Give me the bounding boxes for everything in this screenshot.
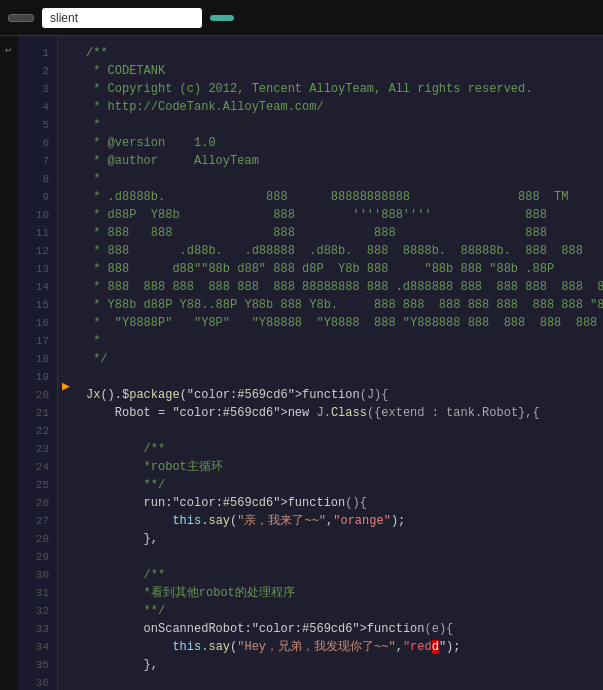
code-line	[86, 674, 603, 690]
line-number: 25	[18, 476, 57, 494]
top-bar	[0, 0, 603, 36]
line-number: 27	[18, 512, 57, 530]
code-line: * d88P Y88b 888 ''''888'''' 888	[86, 206, 603, 224]
code-line: run:"color:#569cd6">function(){	[86, 494, 603, 512]
code-line: * @version 1.0	[86, 134, 603, 152]
arrow-column: ▶	[58, 36, 74, 690]
line-number: 34	[18, 638, 57, 656]
line-number: 36	[18, 674, 57, 690]
strip-label: t	[4, 46, 14, 52]
line-number: 10	[18, 206, 57, 224]
code-line: * 888 .d88b. .d88888 .d88b. 888 8888b. 8…	[86, 242, 603, 260]
code-line: onScannedRobot:"color:#569cd6">function(…	[86, 620, 603, 638]
line-number: 22	[18, 422, 57, 440]
code-line: * .d8888b. 888 88888888888 888 TM	[86, 188, 603, 206]
code-line: **/	[86, 602, 603, 620]
code-line: /**	[86, 44, 603, 62]
code-line: Jx().$package("color:#569cd6">function(J…	[86, 386, 603, 404]
current-line-arrow: ▶	[62, 378, 70, 396]
line-number: 16	[18, 314, 57, 332]
code-line: *	[86, 170, 603, 188]
line-number: 24	[18, 458, 57, 476]
code-line: },	[86, 530, 603, 548]
code-line: * CODETANK	[86, 62, 603, 80]
left-strip: t	[0, 36, 18, 690]
line-number: 6	[18, 134, 57, 152]
code-line: * @author AlloyTeam	[86, 152, 603, 170]
collect-button[interactable]	[210, 15, 234, 21]
line-number: 8	[18, 170, 57, 188]
line-number: 31	[18, 584, 57, 602]
code-line: * http://CodeTank.AlloyTeam.com/	[86, 98, 603, 116]
line-number: 2	[18, 62, 57, 80]
line-number: 17	[18, 332, 57, 350]
line-number: 14	[18, 278, 57, 296]
code-line: */	[86, 350, 603, 368]
code-line: *看到其他robot的处理程序	[86, 584, 603, 602]
line-number: 35	[18, 656, 57, 674]
code-line: * 888 888 888 888 888	[86, 224, 603, 242]
line-numbers: 1234567891011121314151617181920212223242…	[18, 36, 58, 690]
line-number: 28	[18, 530, 57, 548]
line-number: 33	[18, 620, 57, 638]
line-number: 5	[18, 116, 57, 134]
code-line: this.say("亲，我来了~~","orange");	[86, 512, 603, 530]
code-line	[86, 548, 603, 566]
code-line: * Copyright (c) 2012, Tencent AlloyTeam,…	[86, 80, 603, 98]
line-number: 11	[18, 224, 57, 242]
code-line: this.say("Hey，兄弟，我发现你了~~","redd");	[86, 638, 603, 656]
code-line: *	[86, 332, 603, 350]
code-line: * 888 d88""88b d88" 888 d8P Y8b 888 "88b…	[86, 260, 603, 278]
code-line	[86, 422, 603, 440]
line-number: 4	[18, 98, 57, 116]
line-number: 12	[18, 242, 57, 260]
code-line: Robot = "color:#569cd6">new J.Class({ext…	[86, 404, 603, 422]
code-line: *	[86, 116, 603, 134]
code-line	[86, 368, 603, 386]
line-number: 1	[18, 44, 57, 62]
back-button[interactable]	[8, 14, 34, 22]
line-number: 18	[18, 350, 57, 368]
line-number: 29	[18, 548, 57, 566]
line-number: 3	[18, 80, 57, 98]
line-number: 32	[18, 602, 57, 620]
code-line: /**	[86, 440, 603, 458]
line-number: 26	[18, 494, 57, 512]
line-number: 13	[18, 260, 57, 278]
code-line: /**	[86, 566, 603, 584]
code-line: },	[86, 656, 603, 674]
line-number: 23	[18, 440, 57, 458]
line-number: 15	[18, 296, 57, 314]
line-number: 19	[18, 368, 57, 386]
code-line: *robot主循环	[86, 458, 603, 476]
line-number: 7	[18, 152, 57, 170]
code-line: * "Y8888P" "Y8P" "Y88888 "Y8888 888 "Y88…	[86, 314, 603, 332]
code-line: * Y88b d88P Y88..88P Y88b 888 Y8b. 888 8…	[86, 296, 603, 314]
line-number: 30	[18, 566, 57, 584]
line-number: 21	[18, 404, 57, 422]
line-number: 20	[18, 386, 57, 404]
code-content: /** * CODETANK * Copyright (c) 2012, Ten…	[74, 36, 603, 690]
search-input[interactable]	[42, 8, 202, 28]
code-line: * 888 888 888 888 888 888 88888888 888 .…	[86, 278, 603, 296]
line-number: 9	[18, 188, 57, 206]
code-line: **/	[86, 476, 603, 494]
